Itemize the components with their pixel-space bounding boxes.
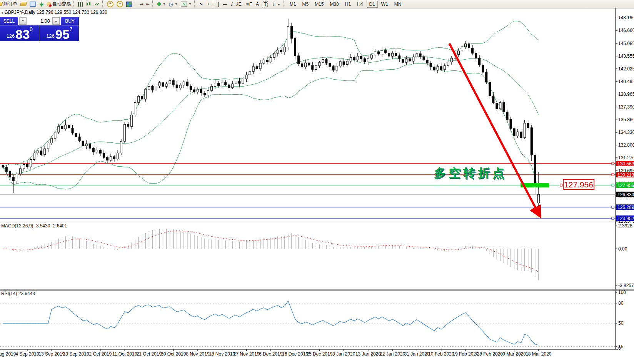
zoom-out-icon: − bbox=[117, 1, 123, 7]
vline-tool[interactable]: | bbox=[216, 2, 221, 7]
timeframe-button-d1[interactable]: D1 bbox=[367, 1, 378, 8]
macd-indicator bbox=[3, 229, 539, 280]
arrows-tool[interactable]: ⇣ ▼ bbox=[270, 2, 282, 7]
zoom-in-icon: + bbox=[107, 1, 113, 7]
bar-chart-button[interactable] bbox=[77, 0, 85, 8]
channel-icon: ⫽E bbox=[236, 2, 241, 7]
horizontal-lines[interactable] bbox=[0, 162, 616, 219]
chart-marker-icon: ▾ bbox=[2, 11, 3, 15]
timeframe-button-m30[interactable]: M30 bbox=[327, 1, 341, 8]
add-indicator-button[interactable]: ✚ ▼ bbox=[155, 0, 167, 8]
svg-text:0.00: 0.00 bbox=[618, 246, 627, 252]
svg-text:28 Feb 2020: 28 Feb 2020 bbox=[477, 351, 503, 357]
hline-tool[interactable]: — bbox=[221, 2, 229, 7]
cursor-tool[interactable]: ↖ bbox=[197, 2, 205, 7]
svg-text:19 Feb 2020: 19 Feb 2020 bbox=[452, 351, 479, 357]
channel-tool[interactable]: ⫽E bbox=[234, 2, 243, 7]
bar-chart-icon bbox=[78, 2, 83, 7]
svg-text:25 Dec 2019: 25 Dec 2019 bbox=[306, 351, 332, 357]
svg-text:23 Sep 2019: 23 Sep 2019 bbox=[63, 351, 89, 357]
svg-text:129.213: 129.213 bbox=[617, 172, 634, 178]
label-tool[interactable]: T bbox=[261, 2, 270, 7]
sell-button[interactable]: SELL bbox=[0, 17, 18, 25]
new-order-button[interactable]: 新订单 bbox=[0, 0, 19, 8]
toolbar-separator bbox=[73, 1, 75, 7]
fibonacci-icon: ≋F bbox=[245, 2, 252, 7]
date-axis[interactable]: 26 Aug 20194 Sep 201913 Sep 201923 Sep 2… bbox=[0, 349, 552, 357]
svg-text:6 Dec 2019: 6 Dec 2019 bbox=[259, 351, 283, 357]
sell-price-figure: 126 bbox=[7, 33, 15, 39]
svg-text:10 Feb 2020: 10 Feb 2020 bbox=[428, 351, 454, 357]
timeframe-button-m15[interactable]: M15 bbox=[312, 1, 326, 8]
svg-text:134.330: 134.330 bbox=[618, 130, 634, 135]
toolbar-separator bbox=[213, 1, 215, 7]
timeframe-button-w1[interactable]: W1 bbox=[379, 1, 391, 8]
pane-separator-macd-rsi[interactable] bbox=[0, 289, 634, 291]
chart-shift-icon: ⇤ bbox=[146, 2, 150, 7]
terminal-button[interactable] bbox=[28, 0, 38, 8]
rsi-indicator-label: RSI(14) 23.6443 bbox=[1, 291, 35, 296]
svg-text:123.952: 123.952 bbox=[617, 216, 634, 221]
crosshair-tool[interactable]: + bbox=[205, 2, 212, 7]
auto-scroll-button[interactable]: ⇥ bbox=[138, 0, 144, 8]
price-chart[interactable]: 148.190146.660145.085143.555142.025140.4… bbox=[0, 0, 634, 364]
add-indicator-icon: ✚ bbox=[157, 2, 161, 7]
dropdown-arrow-icon: ▼ bbox=[175, 2, 178, 6]
timeframe-button-m1[interactable]: M1 bbox=[287, 1, 299, 8]
trendline-tool[interactable]: / bbox=[229, 2, 234, 7]
volume-increase-button[interactable]: ▲ bbox=[52, 17, 60, 25]
svg-text:135.860: 135.860 bbox=[618, 117, 634, 122]
svg-text:16 Dec 2019: 16 Dec 2019 bbox=[282, 351, 308, 357]
text-tool[interactable]: A bbox=[254, 2, 261, 7]
toolbar-separator bbox=[194, 1, 196, 7]
buy-price-panel[interactable]: 126 95 7 bbox=[40, 25, 79, 41]
price-tag-annotation[interactable]: 127.956 bbox=[563, 179, 594, 190]
line-chart-button[interactable] bbox=[93, 0, 101, 8]
new-order-label: 新订单 bbox=[3, 1, 17, 7]
timeframe-button-h4[interactable]: H4 bbox=[354, 1, 365, 8]
volume-decrease-button[interactable]: ▼ bbox=[19, 17, 27, 25]
chart-frame bbox=[0, 8, 618, 349]
line-chart-icon bbox=[94, 2, 100, 7]
volume-input[interactable]: 1.00 bbox=[27, 17, 52, 25]
auto-scroll-icon: ⇥ bbox=[139, 2, 143, 7]
trendline-icon: / bbox=[231, 2, 232, 7]
toolbar-separator bbox=[284, 1, 285, 7]
zoom-in-button[interactable]: + bbox=[105, 0, 115, 8]
svg-text:18 Mar 2020: 18 Mar 2020 bbox=[526, 351, 552, 357]
signal-icon: ◉ bbox=[39, 2, 43, 7]
toolbar-separator bbox=[152, 1, 154, 7]
svg-text:138.965: 138.965 bbox=[618, 92, 634, 97]
svg-text:143.555: 143.555 bbox=[618, 53, 634, 59]
turning-point-annotation[interactable]: 多空转折点 bbox=[434, 165, 507, 181]
label-icon: T bbox=[263, 1, 268, 7]
autotrade-button[interactable]: 自动交易 bbox=[45, 0, 72, 8]
dropdown-arrow-icon: ▼ bbox=[277, 3, 280, 7]
candle-chart-icon bbox=[86, 2, 91, 7]
timeframe-button-m5[interactable]: M5 bbox=[299, 1, 311, 8]
template-button[interactable]: ∿ ▼ bbox=[179, 0, 193, 8]
one-click-trading-widget: SELL ▼ 1.00 ▲ BUY 126 83 0 126 95 7 bbox=[0, 17, 79, 41]
fibonacci-tool[interactable]: ≋F bbox=[244, 2, 254, 7]
chart-shift-button[interactable]: ⇤ bbox=[145, 0, 151, 8]
candle-chart-button[interactable] bbox=[85, 0, 93, 8]
pane-separator-main-macd[interactable] bbox=[0, 222, 634, 223]
svg-text:140.495: 140.495 bbox=[618, 79, 634, 84]
period-button[interactable]: ◷ ▼ bbox=[167, 0, 179, 8]
tile-windows-button[interactable] bbox=[125, 0, 133, 8]
timeframe-button-mn[interactable]: MN bbox=[392, 1, 404, 8]
svg-text:21 Oct 2019: 21 Oct 2019 bbox=[137, 351, 162, 357]
sell-price-panel[interactable]: 126 83 0 bbox=[0, 25, 40, 41]
drawing-objects[interactable] bbox=[449, 43, 562, 217]
svg-text:9 Mar 2020: 9 Mar 2020 bbox=[502, 351, 526, 357]
buy-button[interactable]: BUY bbox=[61, 17, 79, 25]
signal-button[interactable]: ◉ bbox=[38, 0, 45, 8]
zoom-out-button[interactable]: − bbox=[115, 0, 125, 8]
svg-text:146.660: 146.660 bbox=[618, 28, 634, 33]
svg-text:80: 80 bbox=[618, 301, 624, 306]
svg-text:11 Oct 2019: 11 Oct 2019 bbox=[112, 351, 137, 357]
toolbar-separator bbox=[102, 1, 104, 7]
gold-bar-button[interactable] bbox=[19, 0, 28, 8]
timeframe-button-h1[interactable]: H1 bbox=[342, 1, 354, 8]
svg-text:3 Jan 2020: 3 Jan 2020 bbox=[332, 351, 355, 357]
